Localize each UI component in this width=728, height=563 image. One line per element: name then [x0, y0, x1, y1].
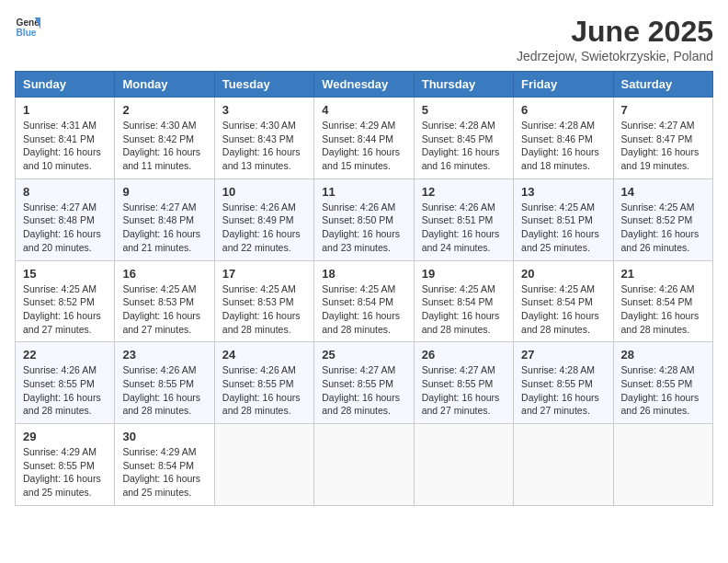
- sunset-label: Sunset: 8:47 PM: [621, 133, 693, 144]
- sunrise-label: Sunrise: 4:25 AM: [222, 283, 296, 294]
- day-number: 25: [322, 348, 405, 362]
- daylight-label: Daylight: 16 hours and 28 minutes.: [322, 392, 400, 417]
- sunset-label: Sunset: 8:51 PM: [521, 214, 593, 225]
- daylight-label: Daylight: 16 hours and 26 minutes.: [621, 228, 700, 253]
- day-info: Sunrise: 4:31 AM Sunset: 8:41 PM Dayligh…: [23, 119, 107, 173]
- calendar-cell: [314, 424, 414, 506]
- calendar-cell: [613, 424, 712, 506]
- calendar-cell: 11 Sunrise: 4:26 AM Sunset: 8:50 PM Dayl…: [314, 178, 414, 260]
- daylight-label: Daylight: 16 hours and 19 minutes.: [621, 146, 700, 171]
- daylight-label: Daylight: 16 hours and 23 minutes.: [322, 228, 400, 253]
- sunset-label: Sunset: 8:53 PM: [122, 296, 194, 307]
- sunset-label: Sunset: 8:51 PM: [422, 214, 494, 225]
- calendar-cell: [514, 424, 613, 506]
- sunrise-label: Sunrise: 4:25 AM: [621, 201, 695, 213]
- calendar-cell: 23 Sunrise: 4:26 AM Sunset: 8:55 PM Dayl…: [115, 342, 214, 424]
- calendar-cell: 27 Sunrise: 4:28 AM Sunset: 8:55 PM Dayl…: [514, 342, 613, 424]
- calendar-cell: [414, 424, 513, 506]
- day-info: Sunrise: 4:29 AM Sunset: 8:44 PM Dayligh…: [322, 119, 405, 173]
- col-header-sunday: Sunday: [16, 72, 115, 98]
- calendar-cell: 8 Sunrise: 4:27 AM Sunset: 8:48 PM Dayli…: [16, 178, 115, 260]
- sunset-label: Sunset: 8:55 PM: [621, 378, 693, 389]
- sunset-label: Sunset: 8:54 PM: [521, 296, 593, 307]
- col-header-monday: Monday: [115, 72, 214, 98]
- day-number: 5: [422, 103, 506, 117]
- calendar-cell: 5 Sunrise: 4:28 AM Sunset: 8:45 PM Dayli…: [414, 98, 513, 179]
- sunset-label: Sunset: 8:52 PM: [23, 296, 95, 307]
- sunrise-label: Sunrise: 4:25 AM: [122, 283, 196, 294]
- sunrise-label: Sunrise: 4:25 AM: [521, 283, 595, 294]
- sunset-label: Sunset: 8:43 PM: [222, 133, 294, 144]
- sunrise-label: Sunrise: 4:29 AM: [122, 446, 196, 457]
- daylight-label: Daylight: 16 hours and 28 minutes.: [222, 392, 301, 417]
- calendar-week-5: 29 Sunrise: 4:29 AM Sunset: 8:55 PM Dayl…: [16, 424, 713, 506]
- day-info: Sunrise: 4:28 AM Sunset: 8:55 PM Dayligh…: [621, 363, 705, 418]
- calendar-cell: 12 Sunrise: 4:26 AM Sunset: 8:51 PM Dayl…: [414, 178, 513, 260]
- day-number: 30: [122, 430, 206, 443]
- calendar-week-4: 22 Sunrise: 4:26 AM Sunset: 8:55 PM Dayl…: [16, 342, 713, 424]
- day-info: Sunrise: 4:28 AM Sunset: 8:45 PM Dayligh…: [422, 119, 506, 173]
- day-number: 11: [322, 185, 405, 199]
- day-number: 27: [521, 348, 605, 362]
- calendar-cell: 29 Sunrise: 4:29 AM Sunset: 8:55 PM Dayl…: [16, 424, 115, 506]
- sunset-label: Sunset: 8:54 PM: [122, 460, 194, 471]
- day-number: 28: [621, 348, 705, 362]
- calendar-week-1: 1 Sunrise: 4:31 AM Sunset: 8:41 PM Dayli…: [16, 98, 713, 179]
- day-number: 4: [322, 103, 405, 117]
- subtitle: Jedrzejow, Swietokrzyskie, Poland: [517, 49, 713, 63]
- sunrise-label: Sunrise: 4:31 AM: [23, 120, 97, 131]
- day-info: Sunrise: 4:28 AM Sunset: 8:46 PM Dayligh…: [521, 119, 605, 173]
- sunset-label: Sunset: 8:55 PM: [322, 378, 393, 389]
- sunset-label: Sunset: 8:41 PM: [23, 133, 95, 144]
- sunrise-label: Sunrise: 4:28 AM: [521, 120, 595, 131]
- calendar-cell: 21 Sunrise: 4:26 AM Sunset: 8:54 PM Dayl…: [613, 260, 712, 342]
- day-number: 24: [222, 348, 306, 362]
- sunrise-label: Sunrise: 4:28 AM: [422, 120, 495, 131]
- day-info: Sunrise: 4:27 AM Sunset: 8:47 PM Dayligh…: [621, 119, 705, 173]
- daylight-label: Daylight: 16 hours and 26 minutes.: [621, 392, 700, 417]
- sunset-label: Sunset: 8:55 PM: [23, 460, 95, 471]
- daylight-label: Daylight: 16 hours and 24 minutes.: [422, 228, 500, 253]
- calendar-cell: 1 Sunrise: 4:31 AM Sunset: 8:41 PM Dayli…: [16, 98, 115, 179]
- day-number: 8: [23, 185, 107, 199]
- sunrise-label: Sunrise: 4:29 AM: [322, 120, 395, 131]
- daylight-label: Daylight: 16 hours and 25 minutes.: [23, 473, 101, 498]
- day-number: 10: [222, 185, 306, 199]
- day-info: Sunrise: 4:25 AM Sunset: 8:54 PM Dayligh…: [422, 282, 506, 337]
- calendar-cell: 22 Sunrise: 4:26 AM Sunset: 8:55 PM Dayl…: [16, 342, 115, 424]
- day-info: Sunrise: 4:27 AM Sunset: 8:48 PM Dayligh…: [122, 201, 206, 255]
- daylight-label: Daylight: 16 hours and 10 minutes.: [23, 146, 101, 171]
- daylight-label: Daylight: 16 hours and 25 minutes.: [521, 228, 599, 253]
- sunset-label: Sunset: 8:49 PM: [222, 214, 294, 225]
- day-number: 22: [23, 348, 107, 362]
- daylight-label: Daylight: 16 hours and 21 minutes.: [122, 228, 200, 253]
- daylight-label: Daylight: 16 hours and 18 minutes.: [521, 146, 599, 171]
- day-number: 21: [621, 267, 705, 281]
- day-info: Sunrise: 4:25 AM Sunset: 8:53 PM Dayligh…: [122, 282, 206, 337]
- calendar-week-3: 15 Sunrise: 4:25 AM Sunset: 8:52 PM Dayl…: [16, 260, 713, 342]
- sunset-label: Sunset: 8:50 PM: [322, 214, 393, 225]
- sunset-label: Sunset: 8:55 PM: [122, 378, 194, 389]
- day-number: 3: [222, 103, 306, 117]
- sunset-label: Sunset: 8:54 PM: [422, 296, 494, 307]
- daylight-label: Daylight: 16 hours and 13 minutes.: [222, 146, 301, 171]
- calendar-cell: 3 Sunrise: 4:30 AM Sunset: 8:43 PM Dayli…: [214, 98, 313, 179]
- daylight-label: Daylight: 16 hours and 27 minutes.: [521, 392, 599, 417]
- sunrise-label: Sunrise: 4:28 AM: [521, 364, 595, 375]
- sunrise-label: Sunrise: 4:25 AM: [422, 283, 495, 294]
- day-info: Sunrise: 4:27 AM Sunset: 8:55 PM Dayligh…: [422, 363, 506, 418]
- main-title: June 2025: [517, 15, 713, 49]
- daylight-label: Daylight: 16 hours and 15 minutes.: [322, 146, 400, 171]
- day-info: Sunrise: 4:28 AM Sunset: 8:55 PM Dayligh…: [521, 363, 605, 418]
- day-number: 19: [422, 267, 506, 281]
- day-number: 6: [521, 103, 605, 117]
- day-number: 29: [23, 430, 107, 443]
- day-number: 20: [521, 267, 605, 281]
- sunset-label: Sunset: 8:53 PM: [222, 296, 294, 307]
- calendar-header-row: SundayMondayTuesdayWednesdayThursdayFrid…: [16, 72, 713, 98]
- daylight-label: Daylight: 16 hours and 27 minutes.: [122, 310, 200, 335]
- day-number: 23: [122, 348, 206, 362]
- day-info: Sunrise: 4:25 AM Sunset: 8:52 PM Dayligh…: [23, 282, 107, 337]
- calendar-cell: 20 Sunrise: 4:25 AM Sunset: 8:54 PM Dayl…: [514, 260, 613, 342]
- daylight-label: Daylight: 16 hours and 27 minutes.: [23, 310, 101, 335]
